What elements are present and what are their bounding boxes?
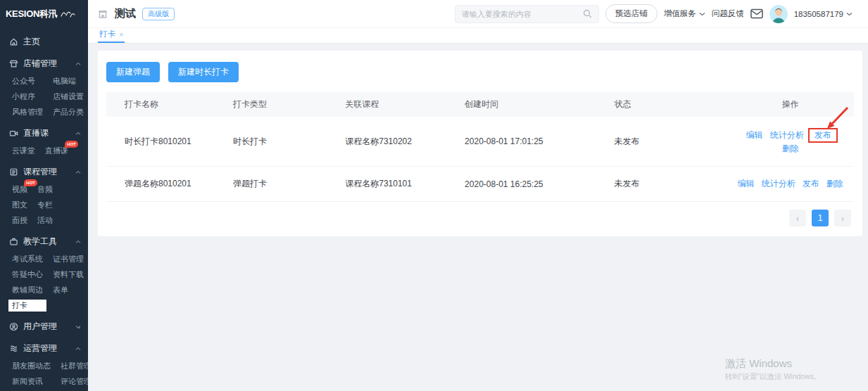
pagination-page-1[interactable]: 1: [812, 210, 829, 226]
sidebar-subitem-产品分类[interactable]: 产品分类: [53, 108, 84, 117]
sidebar-subitem-云课堂[interactable]: 云课堂: [12, 146, 35, 155]
column-header-打卡类型: 打卡类型: [226, 92, 338, 117]
annotation-red-box: 发布: [808, 128, 838, 143]
value-added-menu[interactable]: 增值服务: [664, 8, 705, 19]
统计分析-link[interactable]: 统计分析: [770, 130, 804, 140]
sidebar-submenu: 考试系统证书管理答疑中心资料下载教辅周边表单打卡: [0, 252, 88, 316]
sidebar-subitem-直播课[interactable]: 直播课HOT: [45, 146, 68, 155]
删除-link[interactable]: 删除: [826, 179, 843, 188]
sidebar-subitem-朋友圈动态[interactable]: 朋友圈动态: [12, 361, 51, 371]
chevron-up-icon: [75, 132, 81, 136]
sidebar-subitem-视频[interactable]: 视频HOT: [12, 185, 27, 194]
cell-name: 弹题名称8010201: [106, 167, 226, 202]
sidebar-subitem-面授[interactable]: 面授: [12, 216, 27, 225]
sidebar-item-主页[interactable]: 主页: [0, 31, 88, 53]
operations-icon: [9, 344, 18, 353]
编辑-link[interactable]: 编辑: [738, 179, 755, 188]
sidebar-item-label: 课程管理: [23, 166, 57, 178]
table-header-row: 打卡名称打卡类型关联课程创建时间状态操作: [106, 92, 854, 117]
chevron-up-icon: [75, 347, 81, 351]
sidebar-subitem-打卡[interactable]: 打卡: [8, 300, 46, 312]
sidebar-subitem-音频[interactable]: 音频: [37, 185, 53, 194]
topbar: 测试 高级版 预选店铺 增值服务 问题反馈 18: [88, 0, 868, 28]
sidebar-subitem-电脑端[interactable]: 电脑端: [53, 77, 84, 86]
sidebar-item-运营管理[interactable]: 运营管理: [0, 338, 88, 359]
column-header-操作: 操作: [727, 92, 854, 117]
pagination-next-button[interactable]: ›: [834, 210, 851, 226]
chevron-down-icon: [75, 325, 81, 329]
sidebar-subitem-新闻资讯[interactable]: 新闻资讯: [12, 377, 51, 386]
avatar[interactable]: [769, 5, 788, 23]
store-title: 测试: [115, 7, 136, 20]
sidebar-item-label: 主页: [23, 36, 40, 48]
table-row: 弹题名称8010201弹题打卡课程名称73101012020-08-01 16:…: [106, 167, 854, 202]
统计分析-link[interactable]: 统计分析: [762, 179, 795, 188]
sidebar-item-label: 教学工具: [23, 236, 57, 248]
chevron-up-icon: [75, 62, 81, 66]
content-area: 新建弹题 新建时长打卡 打卡名称打卡类型关联课程创建时间状态操作 时长打卡801…: [88, 44, 868, 391]
sidebar-subitem-证书管理[interactable]: 证书管理: [53, 255, 84, 264]
mail-icon[interactable]: [750, 8, 763, 19]
sidebar-subitem-社群管理[interactable]: 社群管理: [61, 361, 88, 371]
sidebar-submenu: 朋友圈动态社群管理新闻资讯评论管理公告管理: [0, 359, 88, 391]
sidebar-subitem-风格管理[interactable]: 风格管理: [12, 108, 43, 117]
发布-link[interactable]: 发布: [803, 179, 819, 188]
chevron-up-icon: [75, 240, 81, 244]
sidebar-subitem-小程序[interactable]: 小程序: [12, 92, 43, 101]
column-header-状态: 状态: [608, 92, 727, 117]
new-duration-button[interactable]: 新建时长打卡: [168, 62, 239, 82]
sidebar-item-label: 运营管理: [23, 342, 57, 354]
logo-script-icon: [60, 9, 75, 19]
sidebar-submenu: 公众号电脑端小程序店铺设置风格管理产品分类: [0, 75, 88, 122]
sidebar-subitem-图文[interactable]: 图文: [12, 200, 27, 210]
cell-actions: 编辑统计分析发布删除: [727, 117, 854, 167]
content-card: 新建弹题 新建时长打卡 打卡名称打卡类型关联课程创建时间状态操作 时长打卡801…: [98, 51, 862, 236]
chevron-down-icon: [699, 12, 705, 16]
search-box: [455, 5, 599, 23]
sidebar-subitem-专栏[interactable]: 专栏: [37, 200, 53, 210]
user-menu[interactable]: 18350587179: [794, 10, 853, 18]
pagination-prev-button[interactable]: ‹: [789, 210, 806, 226]
sidebar-subitem-表单[interactable]: 表单: [53, 286, 84, 295]
sidebar-subitem-活动[interactable]: 活动: [37, 216, 53, 225]
teaching-tools-icon: [9, 237, 18, 246]
sidebar-subitem-教辅周边[interactable]: 教辅周边: [12, 286, 43, 295]
hot-badge: HOT: [24, 179, 37, 186]
search-input[interactable]: [462, 10, 579, 18]
table-row: 时长打卡8010201时长打卡课程名称73102022020-08-01 17:…: [106, 117, 854, 167]
sidebar-item-用户管理[interactable]: 用户管理: [0, 316, 88, 338]
sidebar-item-店铺管理[interactable]: 店铺管理: [0, 53, 88, 75]
tabbar: 打卡 ×: [88, 28, 868, 44]
sidebar-subitem-公众号[interactable]: 公众号: [12, 77, 43, 86]
sidebar-subitem-答疑中心[interactable]: 答疑中心: [12, 270, 43, 279]
sidebar-subitem-资料下载[interactable]: 资料下载: [53, 270, 84, 279]
编辑-link[interactable]: 编辑: [746, 130, 763, 140]
sidebar-item-教学工具[interactable]: 教学工具: [0, 231, 88, 252]
tab-close-icon[interactable]: ×: [119, 30, 123, 39]
column-header-关联课程: 关联课程: [338, 92, 458, 117]
shop-icon: [9, 59, 18, 68]
sidebar-subitem-评论管理[interactable]: 评论管理: [61, 377, 88, 386]
toolbar: 新建弹题 新建时长打卡: [106, 62, 854, 82]
sidebar-subitem-店铺设置[interactable]: 店铺设置: [53, 92, 84, 101]
live-icon: [9, 129, 18, 138]
cell-name: 时长打卡8010201: [106, 117, 226, 167]
chevron-up-icon: [75, 170, 81, 174]
sidebar: KESION科汛 主页店铺管理公众号电脑端小程序店铺设置风格管理产品分类直播课云…: [0, 0, 88, 391]
删除-link[interactable]: 删除: [782, 143, 799, 153]
brand-logo[interactable]: KESION科汛: [0, 0, 88, 28]
brand-logo-text: KESION科汛: [6, 8, 57, 20]
sidebar-subitem-考试系统[interactable]: 考试系统: [12, 255, 43, 264]
search-icon: [583, 9, 592, 18]
new-quiz-button[interactable]: 新建弹题: [106, 62, 160, 82]
cell-type: 时长打卡: [226, 117, 338, 167]
preview-store-button[interactable]: 预选店铺: [605, 4, 658, 23]
cell-created: 2020-08-01 17:01:25: [458, 117, 607, 167]
feedback-link[interactable]: 问题反馈: [712, 8, 744, 19]
发布-link[interactable]: 发布: [814, 130, 831, 140]
sidebar-submenu: 云课堂直播课HOT: [0, 144, 88, 161]
sidebar-item-课程管理[interactable]: 课程管理: [0, 161, 88, 183]
cell-type: 弹题打卡: [226, 167, 338, 202]
course-icon: [9, 167, 18, 177]
tab-daka[interactable]: 打卡 ×: [98, 28, 125, 43]
